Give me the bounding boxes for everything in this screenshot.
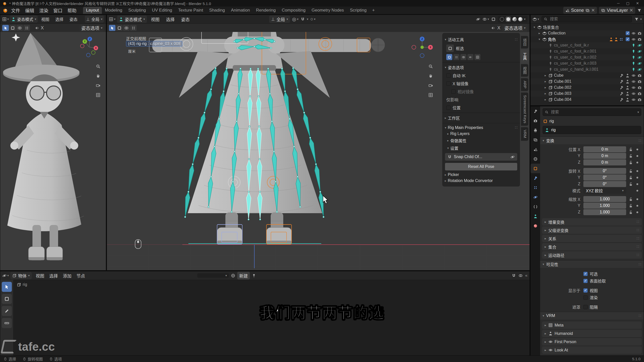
collapsed-panel-header[interactable]: ▸增量变换∷ [542, 218, 642, 225]
select-extend-button[interactable] [9, 25, 16, 31]
disable-render-camera-icon[interactable] [637, 92, 642, 96]
animate-dot-icon[interactable] [636, 183, 638, 185]
menu-view[interactable]: 视图 [148, 15, 162, 23]
mode-dropdown[interactable]: 姿态模式▾ [117, 16, 147, 23]
overlays-icon[interactable] [518, 274, 523, 278]
select-intersect-button[interactable] [23, 25, 30, 31]
x-mirror-row[interactable]: X 轴镜像 [446, 80, 517, 86]
reset-all-pose-button[interactable]: Reset All Pose [445, 163, 517, 171]
mirror-icon[interactable] [35, 26, 39, 30]
menu-item[interactable]: 编辑 [23, 6, 37, 14]
outliner-search-input[interactable] [549, 17, 621, 22]
expand-icon[interactable] [544, 92, 547, 95]
collection-checkbox[interactable] [626, 31, 630, 35]
hide-viewport-eye-icon[interactable] [631, 85, 636, 90]
outliner-row[interactable]: Collection [531, 30, 644, 36]
expand-icon[interactable] [544, 74, 547, 77]
pivot-point-dropdown[interactable]: ◎▾ [292, 16, 299, 22]
workspace-tab[interactable]: Compositing [279, 7, 309, 14]
expand-icon[interactable] [544, 80, 547, 83]
panel-grip[interactable]: ∷ [639, 138, 641, 143]
rendered-shading-button[interactable] [518, 17, 522, 21]
bone-properties-header[interactable]: ▸骨骼属性 [447, 138, 517, 144]
sidebar-tab[interactable]: 工具 [521, 50, 528, 63]
menu-item[interactable]: 视图 [33, 272, 47, 280]
expand-icon[interactable] [544, 86, 547, 89]
outliner-row[interactable]: Cube [531, 72, 644, 78]
menu-view[interactable]: 视图 [39, 15, 52, 23]
lock-icon[interactable] [629, 147, 633, 152]
remove-viewlayer-icon[interactable]: ✕ [629, 8, 633, 13]
properties-search-input[interactable] [550, 110, 622, 115]
tab-output[interactable] [531, 125, 540, 135]
viewlayer-selector[interactable]: ViewLayer ✕ [599, 7, 635, 14]
node-mode-dropdown[interactable]: 物体▾ [10, 272, 32, 279]
panel-grip[interactable]: ∷ [515, 37, 517, 42]
collapsed-panel-header[interactable]: ▸集合∷ [542, 243, 642, 250]
animate-dot-icon[interactable] [636, 177, 638, 178]
outliner-row[interactable]: cs_user_c_foot_ik.r.002 [531, 54, 644, 60]
new-node-tree-button[interactable]: 新建 [237, 272, 250, 280]
lock-icon[interactable] [629, 169, 633, 173]
workspace-tab[interactable]: Rendering [253, 7, 279, 14]
rotation-convertor-header[interactable]: ▸Rotation Mode Convertor [445, 178, 517, 183]
expand-icon[interactable] [544, 98, 547, 101]
affect-location-row[interactable]: 位置 [446, 105, 517, 111]
value-field[interactable]: 1.000 ▾ [583, 196, 626, 202]
value-field[interactable]: 0 m ▾ [583, 146, 626, 152]
menu-item[interactable]: 渲染 [37, 6, 51, 14]
menu-pose[interactable]: 姿态 [179, 15, 192, 23]
tab-object[interactable] [531, 164, 540, 173]
orientation-dropdown[interactable]: ⊥全局▾ [269, 16, 290, 23]
add-workspace-button[interactable]: + [370, 8, 377, 13]
hide-viewport-eye-icon[interactable] [631, 98, 636, 102]
panel-grip[interactable]: ∷ [515, 125, 517, 130]
proportional-editing-dropdown[interactable]: ○▾ [310, 16, 316, 22]
menu-item[interactable]: 选择 [47, 272, 60, 280]
object-name-field[interactable]: rig [543, 126, 641, 134]
mirror-icon[interactable] [491, 26, 495, 30]
panel-grip[interactable]: ∷ [637, 228, 639, 233]
mirror-x-toggle[interactable]: X [41, 25, 44, 31]
snap-options-chevron[interactable]: ▾ [307, 18, 308, 21]
menu-item[interactable]: 文件 [9, 6, 23, 14]
tab-material[interactable] [531, 221, 540, 231]
disable-render-camera-icon[interactable] [637, 37, 642, 41]
animate-dot-icon[interactable] [636, 198, 638, 200]
value-field[interactable]: 0 m ▾ [583, 153, 626, 159]
animate-dot-icon[interactable] [636, 190, 638, 192]
lock-icon[interactable] [629, 160, 633, 165]
lock-icon[interactable] [629, 210, 633, 214]
select-intersect-button[interactable] [130, 25, 137, 31]
outliner-row[interactable]: cs_user_c_foot_ik.r.003 [531, 60, 644, 66]
menu-item[interactable]: 窗口 [51, 6, 65, 14]
breadcrumb-object-name[interactable]: rig [549, 119, 554, 123]
workspace-tab[interactable]: Shading [206, 7, 228, 14]
vrm-subpanel[interactable]: ▸ Look At [542, 346, 642, 354]
disable-render-camera-icon[interactable] [637, 98, 642, 102]
workspace-tab[interactable]: Animation [228, 7, 253, 14]
shading-options-chevron[interactable]: ▾ [524, 18, 526, 21]
animate-dot-icon[interactable] [636, 205, 638, 207]
settings-header[interactable]: ▾设置 [447, 145, 517, 151]
xray-toggle-icon[interactable] [491, 17, 496, 21]
search-options-chevron[interactable]: ▾ [637, 111, 639, 114]
menu-item[interactable]: 节点 [74, 272, 88, 280]
mode-dropdown[interactable]: 姿态模式▾ [10, 16, 38, 23]
snap-child-of-button[interactable]: Snap Child Of... [445, 153, 517, 161]
expand-icon[interactable] [538, 31, 541, 35]
hide-viewport-eye-icon[interactable] [631, 73, 636, 78]
editor-type-button[interactable]: ▾ [533, 17, 539, 21]
rig-layers-header[interactable]: ▸Rig Layers [447, 131, 517, 136]
collapsed-panel-header[interactable]: ▸父级逆变换∷ [542, 227, 642, 234]
vrm-subpanel[interactable]: ▸ Humanoid [542, 330, 642, 337]
minimize-button[interactable]: ─ [617, 1, 620, 5]
scene-selector[interactable]: Scene ✕ [563, 7, 597, 14]
show-renders-toggle[interactable]: 渲染 [583, 294, 598, 300]
tab-tool[interactable] [531, 106, 540, 116]
material-shading-button[interactable] [512, 17, 517, 21]
mode-intersect-button[interactable] [474, 54, 480, 60]
disable-render-camera-icon[interactable] [637, 85, 642, 90]
animate-dot-icon[interactable] [636, 162, 638, 163]
maximize-button[interactable]: ▢ [626, 1, 629, 5]
